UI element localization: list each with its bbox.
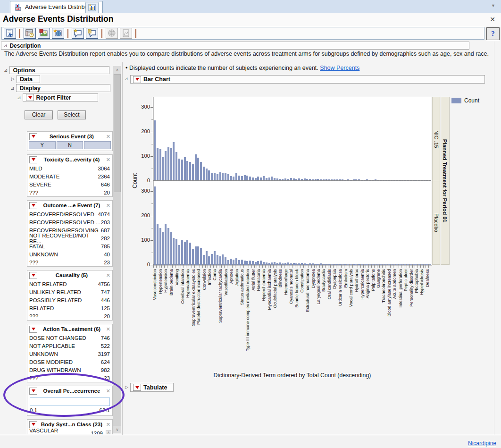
bar[interactable]	[304, 178, 306, 180]
bar[interactable]	[230, 259, 232, 265]
red-menu-icon[interactable]	[29, 156, 37, 163]
bar[interactable]	[181, 160, 183, 180]
bar[interactable]	[347, 179, 349, 180]
bar[interactable]	[295, 263, 297, 265]
bar[interactable]	[255, 262, 257, 265]
description-header[interactable]: ⊿ Description	[1, 42, 469, 50]
bar[interactable]	[317, 264, 319, 265]
bar[interactable]	[257, 261, 259, 265]
bar[interactable]	[377, 264, 379, 265]
filter-row[interactable]: DOSE NOT CHANGED746	[27, 334, 112, 342]
bar[interactable]	[214, 173, 216, 180]
bar[interactable]	[396, 264, 398, 265]
bar[interactable]	[170, 148, 172, 180]
filter-row[interactable]: MODERATE2364	[27, 172, 112, 180]
bar[interactable]	[233, 177, 234, 180]
bar[interactable]	[323, 179, 325, 180]
bar[interactable]	[418, 264, 420, 265]
bar[interactable]	[244, 261, 246, 265]
collapse-triangle-icon[interactable]: ⊿	[3, 43, 7, 48]
bar[interactable]	[396, 180, 398, 180]
bar[interactable]	[401, 180, 403, 180]
data-table-icon[interactable]	[24, 28, 36, 39]
filter-row[interactable]: RECOVERED/RESOLVED ...203	[27, 218, 112, 226]
red-menu-icon[interactable]	[29, 326, 37, 333]
bar[interactable]	[391, 180, 392, 180]
bar[interactable]	[407, 180, 409, 180]
bar[interactable]	[410, 180, 412, 180]
bar[interactable]	[263, 176, 265, 180]
bar[interactable]	[173, 142, 175, 180]
bar[interactable]	[274, 262, 276, 265]
bar[interactable]	[206, 251, 208, 265]
bar[interactable]	[404, 180, 406, 180]
bar[interactable]	[184, 242, 186, 265]
bar[interactable]	[326, 264, 327, 265]
bar[interactable]	[279, 262, 281, 265]
bar[interactable]	[317, 179, 319, 180]
select-button[interactable]: Select	[58, 110, 86, 119]
close-icon[interactable]: ✕	[106, 422, 110, 428]
bar[interactable]	[186, 240, 188, 265]
red-menu-icon[interactable]	[29, 388, 37, 395]
filter-row[interactable]: UNLIKELY RELATED747	[27, 288, 112, 296]
bar[interactable]	[222, 173, 224, 180]
bar[interactable]	[399, 264, 401, 265]
bar[interactable]	[336, 179, 338, 180]
bar[interactable]	[217, 255, 218, 265]
filter-row[interactable]: NOT RECOVERED/NOT RE...282	[27, 234, 112, 242]
bar[interactable]	[276, 178, 278, 180]
expand-triangle-icon[interactable]: ▷	[125, 385, 128, 389]
tab-overflow-icon[interactable]: ▼	[491, 3, 495, 8]
red-menu-icon[interactable]	[26, 94, 34, 101]
bar[interactable]	[165, 224, 167, 265]
bar[interactable]	[195, 154, 197, 180]
bar[interactable]	[214, 251, 216, 265]
bar[interactable]	[159, 228, 161, 265]
bar[interactable]	[301, 179, 303, 180]
bar[interactable]	[238, 176, 240, 180]
bar[interactable]	[282, 263, 284, 265]
bar[interactable]	[424, 264, 426, 265]
bar[interactable]	[375, 264, 376, 265]
bar[interactable]	[323, 264, 325, 265]
filter-row[interactable]: RELATED125	[27, 304, 112, 312]
bar[interactable]	[426, 180, 428, 180]
bar[interactable]	[219, 172, 221, 180]
show-percents-link[interactable]: Show Percents	[320, 65, 359, 71]
bar[interactable]	[388, 180, 390, 180]
bar[interactable]	[235, 258, 237, 265]
tabulate-header[interactable]: Tabulate	[130, 383, 174, 392]
close-icon[interactable]: ✕	[106, 157, 110, 163]
bar[interactable]	[208, 170, 210, 180]
bar[interactable]	[358, 179, 360, 180]
bar[interactable]	[167, 228, 169, 265]
bar[interactable]	[426, 264, 428, 265]
close-icon[interactable]: ✕	[106, 203, 110, 209]
filter-row[interactable]: DOSE MODIFIED624	[27, 358, 112, 366]
bar[interactable]	[192, 164, 194, 180]
bar[interactable]	[290, 263, 292, 265]
bar-chart-header[interactable]: Bar Chart	[130, 75, 485, 84]
bar[interactable]	[361, 180, 363, 180]
bar[interactable]	[339, 264, 341, 265]
bar[interactable]	[424, 180, 426, 180]
bar[interactable]	[266, 178, 267, 180]
bar[interactable]	[355, 179, 357, 180]
filter-row[interactable]: ???23	[27, 374, 112, 382]
bar[interactable]	[410, 264, 412, 265]
bar[interactable]	[415, 180, 417, 180]
bar[interactable]	[331, 179, 333, 180]
bar[interactable]	[197, 158, 199, 180]
bar[interactable]	[353, 179, 355, 180]
filter-row[interactable]: DRUG WITHDRAWN982	[27, 366, 112, 374]
bar[interactable]	[222, 254, 224, 265]
bar[interactable]	[393, 264, 395, 265]
bar[interactable]	[206, 169, 208, 180]
bar[interactable]	[195, 246, 197, 265]
bar[interactable]	[203, 255, 205, 265]
bar[interactable]	[235, 173, 237, 180]
bar[interactable]	[192, 249, 194, 265]
bar[interactable]	[238, 260, 240, 265]
bar[interactable]	[306, 179, 308, 180]
